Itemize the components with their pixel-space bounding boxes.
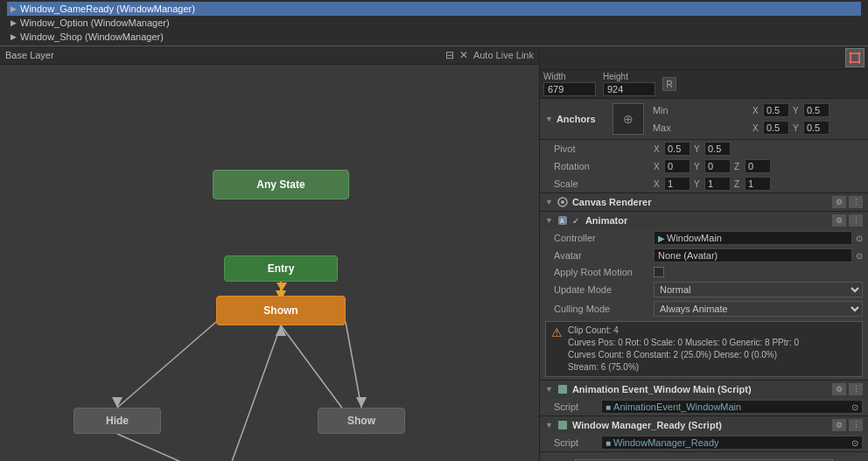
svg-point-13	[858, 52, 861, 55]
window-manager-actions: ⚙ ⋮	[832, 419, 863, 431]
file-item-label: Window_Shop (WindowManager)	[20, 31, 164, 42]
animator-panel: Base Layer ⊟ ✕ Auto Live Link	[0, 46, 540, 461]
arrow-icon: ▶	[10, 18, 17, 27]
rotation-y-item: Y 0	[694, 159, 731, 173]
svg-marker-8	[276, 325, 286, 336]
anim-event-script-row: Script ■ AnimationEvent_WindowMain ⊙	[540, 398, 868, 416]
y-label: Y	[793, 106, 802, 115]
animator-checkbox[interactable]: ✓	[572, 216, 579, 226]
canvas-renderer-actions: ⚙ ⋮	[832, 196, 863, 208]
scale-y[interactable]: 1	[704, 177, 731, 191]
culling-mode-label: Culling Mode	[554, 304, 650, 314]
state-shown[interactable]: Shown	[216, 296, 346, 325]
svg-line-5	[117, 434, 225, 461]
anchor-max-y[interactable]: 0.5	[803, 121, 830, 135]
scale-z[interactable]: 1	[745, 177, 771, 191]
animator-header[interactable]: ▼ A ✓ Animator ⚙ ⋮	[540, 212, 868, 229]
canvas-renderer-header[interactable]: ▼ Canvas Renderer ⚙ ⋮	[540, 193, 868, 211]
scale-x[interactable]: 1	[664, 177, 690, 191]
close-button[interactable]: ✕	[459, 49, 468, 61]
anim-event-header[interactable]: ▼ Animation Event_Window Main (Script) ⚙…	[540, 381, 868, 398]
x-label: X	[752, 106, 761, 115]
anchor-max-x[interactable]: 0.5	[763, 121, 789, 135]
file-item-gameready[interactable]: ▶ Window_GameReady (WindowManager)	[7, 2, 861, 16]
animator-menu[interactable]: ⋮	[849, 214, 863, 227]
canvas-renderer-menu[interactable]: ⋮	[849, 196, 863, 208]
canvas-renderer-settings[interactable]: ⚙	[832, 196, 846, 208]
state-any-state[interactable]: Any State	[213, 170, 349, 199]
main-area: Base Layer ⊟ ✕ Auto Live Link	[0, 46, 868, 461]
svg-marker-10	[276, 325, 286, 336]
controller-row: Controller ▶ WindowMain ⊙	[540, 229, 868, 247]
animator-title: Animator	[585, 215, 829, 226]
rotation-values: X 0 Y 0 Z 0	[654, 159, 863, 173]
x-label: X	[654, 179, 662, 189]
anchor-min-y[interactable]: 0.5	[803, 103, 830, 117]
file-item-label: Window_GameReady (WindowManager)	[20, 3, 195, 14]
chevron-icon: ▼	[545, 421, 553, 430]
pivot-y[interactable]: 0.5	[704, 142, 731, 156]
culling-mode-select[interactable]: Always Animate	[654, 301, 863, 317]
rotation-row: Rotation X 0 Y 0 Z 0	[540, 157, 868, 175]
avatar-value-box[interactable]: None (Avatar)	[654, 248, 852, 262]
apply-root-motion-checkbox[interactable]	[654, 267, 664, 277]
info-line2: Curves Pos: 0 Rot: 0 Scale: 0 Muscles: 0…	[568, 337, 799, 349]
collapse-button[interactable]: ⊟	[445, 49, 454, 61]
link-circle-icon[interactable]: ⊙	[851, 438, 858, 448]
wm-menu[interactable]: ⋮	[849, 419, 863, 431]
wm-settings[interactable]: ⚙	[832, 419, 846, 431]
scale-values: X 1 Y 1 Z 1	[654, 177, 863, 191]
anchor-max-values: X 0.5 Y 0.5	[752, 121, 858, 135]
rotation-x[interactable]: 0	[664, 159, 690, 173]
rotation-z[interactable]: 0	[745, 159, 771, 173]
scale-z-item: Z 1	[734, 177, 771, 191]
pivot-x[interactable]: 0.5	[664, 142, 690, 156]
script-label: Script	[554, 437, 598, 448]
anchor-min-x[interactable]: 0.5	[763, 103, 789, 117]
anim-event-settings[interactable]: ⚙	[832, 383, 846, 395]
auto-live-link[interactable]: Auto Live Link	[473, 50, 534, 60]
anim-event-menu[interactable]: ⋮	[849, 383, 863, 395]
warning-icon: ⚠	[551, 325, 563, 339]
wm-script-name: WindowManager_Ready	[613, 437, 718, 448]
expand-button[interactable]: R	[662, 77, 676, 91]
anchors-title: Anchors	[556, 114, 609, 124]
avatar-link-icon[interactable]: ⊙	[856, 251, 863, 261]
avatar-value: None (Avatar)	[658, 250, 718, 261]
z-label: Z	[734, 162, 743, 171]
inspector-top	[540, 46, 868, 70]
anchor-min-y-item: Y 0.5	[793, 103, 830, 117]
controller-asset-icon: ▶	[658, 234, 665, 243]
wm-script-value[interactable]: ■ WindowManager_Ready ⊙	[601, 436, 863, 450]
state-hide[interactable]: Hide	[74, 408, 161, 434]
animator-toolbar: Base Layer ⊟ ✕ Auto Live Link	[0, 46, 539, 65]
chevron-icon: ▼	[545, 198, 553, 206]
y-label: Y	[793, 123, 802, 133]
info-text-block: Clip Count: 4 Curves Pos: 0 Rot: 0 Scale…	[568, 325, 799, 374]
animator-settings[interactable]: ⚙	[832, 214, 846, 227]
width-value[interactable]: 679	[543, 82, 596, 96]
scale-x-item: X 1	[654, 177, 690, 191]
state-show[interactable]: Show	[318, 408, 405, 434]
anchor-max-row: Max X 0.5 Y 0.5	[653, 119, 863, 136]
rect-tool-button[interactable]	[845, 48, 864, 67]
animator-component-section: ▼ A ✓ Animator ⚙ ⋮ Controller ▶	[540, 212, 868, 381]
wm-script-row: Script ■ WindowManager_Ready ⊙	[540, 434, 868, 451]
svg-line-9	[225, 325, 281, 461]
controller-value-box[interactable]: ▶ WindowMain	[654, 231, 852, 245]
file-item-shop[interactable]: ▶ Window_Shop (WindowManager)	[7, 30, 861, 44]
controller-value: WindowMain	[667, 233, 722, 243]
pivot-y-item: Y 0.5	[694, 142, 731, 156]
rotation-y[interactable]: 0	[704, 159, 731, 173]
window-manager-header[interactable]: ▼ Window Manager_Ready (Script) ⚙ ⋮	[540, 416, 868, 434]
file-item-option[interactable]: ▶ Window_Option (WindowManager)	[7, 16, 861, 30]
controller-link-icon[interactable]: ⊙	[856, 234, 863, 243]
update-mode-select[interactable]: Normal	[654, 282, 863, 297]
state-entry[interactable]: Entry	[224, 255, 338, 282]
anim-event-script-value[interactable]: ■ AnimationEvent_WindowMain ⊙	[601, 400, 863, 414]
svg-point-15	[858, 61, 861, 64]
height-value[interactable]: 924	[603, 82, 655, 96]
link-circle-icon[interactable]: ⊙	[851, 402, 858, 412]
pivot-row: Pivot X 0.5 Y 0.5	[540, 140, 868, 157]
layer-label: Base Layer	[5, 50, 54, 60]
